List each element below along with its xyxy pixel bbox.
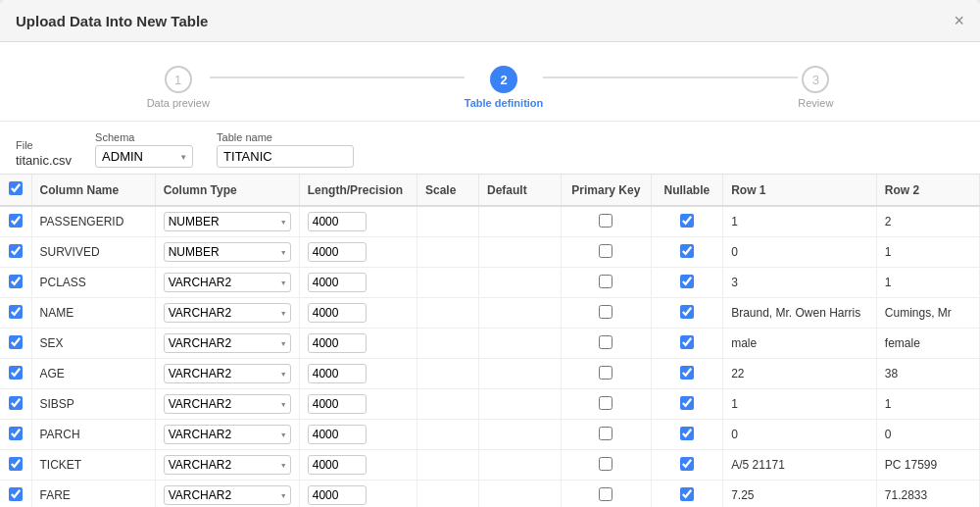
row-value-1: 1 bbox=[723, 389, 877, 420]
row-type-select-wrapper: NUMBERVARCHAR2DATEFLOATINTEGERCHARCLOBBL… bbox=[164, 242, 291, 262]
step-connector-1 bbox=[210, 76, 465, 78]
row-pk-checkbox[interactable] bbox=[599, 214, 612, 228]
row-pk-checkbox[interactable] bbox=[599, 366, 612, 380]
row-value-2: 1 bbox=[876, 268, 979, 298]
schema-select[interactable]: ADMIN PUBLIC bbox=[95, 145, 193, 168]
tablename-input[interactable] bbox=[217, 145, 354, 168]
row-nullable-checkbox[interactable] bbox=[680, 305, 694, 319]
row-type-select[interactable]: NUMBERVARCHAR2DATEFLOATINTEGERCHARCLOBBL… bbox=[164, 455, 291, 475]
row-nullable-checkbox[interactable] bbox=[680, 244, 694, 258]
steps-area: 1 Data preview 2 Table definition 3 Revi… bbox=[0, 42, 980, 122]
row-value-1: Braund, Mr. Owen Harris bbox=[723, 298, 877, 329]
row-checkbox[interactable] bbox=[9, 457, 23, 471]
row-checkbox[interactable] bbox=[9, 275, 23, 288]
table-row: SIBSPNUMBERVARCHAR2DATEFLOATINTEGERCHARC… bbox=[0, 389, 980, 420]
row-nullable-checkbox[interactable] bbox=[680, 214, 694, 228]
row-pk-checkbox[interactable] bbox=[599, 396, 612, 410]
row-nullable-checkbox[interactable] bbox=[680, 457, 694, 471]
table-header-row: Column Name Column Type Length/Precision… bbox=[0, 175, 980, 206]
step-2: 2 Table definition bbox=[465, 66, 543, 109]
row-default bbox=[479, 481, 562, 508]
row-nullable-checkbox[interactable] bbox=[680, 335, 694, 349]
row-default bbox=[479, 206, 562, 237]
row-value-2: Cumings, Mr bbox=[876, 298, 979, 329]
row-type-select[interactable]: NUMBERVARCHAR2DATEFLOATINTEGERCHARCLOBBL… bbox=[164, 212, 291, 231]
row-default bbox=[479, 420, 562, 450]
row-nullable-checkbox[interactable] bbox=[680, 366, 694, 380]
row-length-input[interactable] bbox=[308, 485, 367, 505]
row-type-select[interactable]: NUMBERVARCHAR2DATEFLOATINTEGERCHARCLOBBL… bbox=[164, 364, 291, 383]
row-type-select[interactable]: NUMBERVARCHAR2DATEFLOATINTEGERCHARCLOBBL… bbox=[164, 273, 291, 292]
row-length-input[interactable] bbox=[308, 455, 367, 475]
row-column-name: SURVIVED bbox=[31, 237, 155, 268]
row-type-select-wrapper: NUMBERVARCHAR2DATEFLOATINTEGERCHARCLOBBL… bbox=[164, 485, 291, 505]
row-type-select-wrapper: NUMBERVARCHAR2DATEFLOATINTEGERCHARCLOBBL… bbox=[164, 212, 291, 231]
row-scale bbox=[416, 481, 478, 508]
step-2-label: Table definition bbox=[465, 97, 543, 109]
row-nullable-checkbox[interactable] bbox=[680, 396, 694, 410]
row-type-select[interactable]: NUMBERVARCHAR2DATEFLOATINTEGERCHARCLOBBL… bbox=[164, 394, 291, 414]
row-default bbox=[479, 298, 562, 329]
row-type-select[interactable]: NUMBERVARCHAR2DATEFLOATINTEGERCHARCLOBBL… bbox=[164, 425, 291, 444]
row-pk-checkbox[interactable] bbox=[599, 335, 612, 349]
row-type-select-wrapper: NUMBERVARCHAR2DATEFLOATINTEGERCHARCLOBBL… bbox=[164, 425, 291, 444]
row-length-input[interactable] bbox=[308, 303, 367, 323]
row-pk-checkbox[interactable] bbox=[599, 305, 612, 319]
close-button[interactable]: × bbox=[954, 12, 964, 29]
row-nullable-checkbox[interactable] bbox=[680, 275, 694, 288]
row-pk-checkbox[interactable] bbox=[599, 457, 612, 471]
row-default bbox=[479, 329, 562, 359]
row-value-1: 7.25 bbox=[723, 481, 877, 508]
row-pk-checkbox[interactable] bbox=[599, 427, 612, 440]
row-type-select-wrapper: NUMBERVARCHAR2DATEFLOATINTEGERCHARCLOBBL… bbox=[164, 394, 291, 414]
row-type-select[interactable]: NUMBERVARCHAR2DATEFLOATINTEGERCHARCLOBBL… bbox=[164, 242, 291, 262]
row-value-1: male bbox=[723, 329, 877, 359]
header-primary-key: Primary Key bbox=[562, 175, 651, 206]
row-checkbox[interactable] bbox=[9, 366, 23, 380]
row-scale bbox=[416, 206, 478, 237]
row-value-2: 2 bbox=[876, 206, 979, 237]
table-row: PARCHNUMBERVARCHAR2DATEFLOATINTEGERCHARC… bbox=[0, 420, 980, 450]
row-nullable-checkbox[interactable] bbox=[680, 427, 694, 440]
step-2-circle: 2 bbox=[490, 66, 517, 93]
row-pk-checkbox[interactable] bbox=[599, 244, 612, 258]
row-pk-checkbox[interactable] bbox=[599, 487, 612, 501]
row-type-select-wrapper: NUMBERVARCHAR2DATEFLOATINTEGERCHARCLOBBL… bbox=[164, 303, 291, 323]
row-type-select-wrapper: NUMBERVARCHAR2DATEFLOATINTEGERCHARCLOBBL… bbox=[164, 273, 291, 292]
table-row: SEXNUMBERVARCHAR2DATEFLOATINTEGERCHARCLO… bbox=[0, 329, 980, 359]
row-type-select[interactable]: NUMBERVARCHAR2DATEFLOATINTEGERCHARCLOBBL… bbox=[164, 333, 291, 353]
select-all-checkbox[interactable] bbox=[9, 181, 23, 195]
row-checkbox[interactable] bbox=[9, 335, 23, 349]
row-checkbox[interactable] bbox=[9, 427, 23, 440]
row-checkbox[interactable] bbox=[9, 244, 23, 258]
row-scale bbox=[416, 359, 478, 389]
row-default bbox=[479, 268, 562, 298]
row-checkbox[interactable] bbox=[9, 214, 23, 228]
row-checkbox[interactable] bbox=[9, 396, 23, 410]
row-value-2: 1 bbox=[876, 389, 979, 420]
row-pk-checkbox[interactable] bbox=[599, 275, 612, 288]
row-length-input[interactable] bbox=[308, 212, 367, 231]
row-nullable-checkbox[interactable] bbox=[680, 487, 694, 501]
row-default bbox=[479, 389, 562, 420]
table-row: NAMENUMBERVARCHAR2DATEFLOATINTEGERCHARCL… bbox=[0, 298, 980, 329]
file-label: File bbox=[16, 139, 72, 151]
row-scale bbox=[416, 237, 478, 268]
header-scale: Scale bbox=[416, 175, 478, 206]
row-checkbox[interactable] bbox=[9, 487, 23, 501]
step-1: 1 Data preview bbox=[147, 66, 210, 109]
row-checkbox[interactable] bbox=[9, 305, 23, 319]
row-value-2: 38 bbox=[876, 359, 979, 389]
row-length-input[interactable] bbox=[308, 394, 367, 414]
row-length-input[interactable] bbox=[308, 333, 367, 353]
row-type-select[interactable]: NUMBERVARCHAR2DATEFLOATINTEGERCHARCLOBBL… bbox=[164, 303, 291, 323]
row-length-input[interactable] bbox=[308, 242, 367, 262]
row-type-select[interactable]: NUMBERVARCHAR2DATEFLOATINTEGERCHARCLOBBL… bbox=[164, 485, 291, 505]
header-column-name: Column Name bbox=[31, 175, 155, 206]
row-column-name: SIBSP bbox=[31, 389, 155, 420]
row-length-input[interactable] bbox=[308, 364, 367, 383]
row-length-input[interactable] bbox=[308, 425, 367, 444]
table-row: PASSENGERIDNUMBERVARCHAR2DATEFLOATINTEGE… bbox=[0, 206, 980, 237]
row-length-input[interactable] bbox=[308, 273, 367, 292]
row-value-2: 71.2833 bbox=[876, 481, 979, 508]
